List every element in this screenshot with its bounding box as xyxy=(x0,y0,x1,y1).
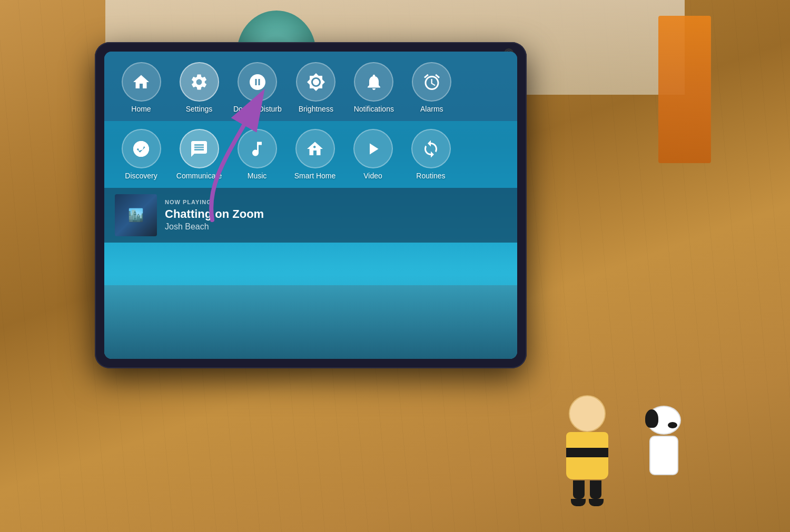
communicate-icon xyxy=(190,139,209,158)
discovery-icon xyxy=(132,139,151,158)
snoopy-body xyxy=(649,436,678,475)
smart-home-icon-circle xyxy=(295,129,335,168)
charlie-legs xyxy=(558,480,616,499)
snoopy-figurine xyxy=(637,406,690,500)
bottom-icon-row: Discovery Communicate xyxy=(104,121,517,188)
video-icon-circle xyxy=(353,129,393,168)
video-button[interactable]: Video xyxy=(349,129,397,180)
home-button[interactable]: Home xyxy=(117,62,165,113)
brightness-label: Brightness xyxy=(299,105,333,113)
settings-label: Settings xyxy=(186,105,213,113)
music-button[interactable]: Music xyxy=(233,129,281,180)
snoopy-head xyxy=(647,406,681,435)
settings-icon-circle xyxy=(180,62,219,102)
charlie-brown-figurine xyxy=(558,395,616,500)
song-title: Chatting on Zoom xyxy=(165,207,264,221)
notifications-icon xyxy=(364,73,383,92)
top-icon-row: Home Settings Do xyxy=(104,52,517,121)
communicate-icon-circle xyxy=(180,129,219,168)
charlie-head xyxy=(569,395,606,432)
routines-icon xyxy=(421,139,440,158)
alarms-icon-circle xyxy=(412,62,451,102)
video-label: Video xyxy=(363,172,382,180)
now-playing-info: NOW PLAYING Chatting on Zoom Josh Beach xyxy=(165,199,264,232)
tablet-device: Home Settings Do xyxy=(95,42,527,368)
settings-button[interactable]: Settings xyxy=(175,62,223,113)
brightness-icon xyxy=(307,73,325,92)
routines-button[interactable]: Routines xyxy=(407,129,455,180)
do-not-disturb-label: Do Not Disturb xyxy=(233,105,282,113)
home-label: Home xyxy=(131,105,151,113)
echo-show-frame: Home Settings Do xyxy=(95,42,527,368)
routines-label: Routines xyxy=(416,172,445,180)
do-not-disturb-icon xyxy=(248,73,267,92)
alarms-button[interactable]: Alarms xyxy=(408,62,456,113)
now-playing-bar[interactable]: 🏙️ NOW PLAYING Chatting on Zoom Josh Bea… xyxy=(104,188,517,243)
smart-home-button[interactable]: Smart Home xyxy=(291,129,339,180)
album-art: 🏙️ xyxy=(115,194,157,236)
communicate-button[interactable]: Communicate xyxy=(175,129,223,180)
discovery-label: Discovery xyxy=(125,172,157,180)
communicate-label: Communicate xyxy=(176,172,222,180)
video-background xyxy=(104,275,517,359)
music-icon xyxy=(248,139,266,158)
orange-box xyxy=(658,16,711,163)
echo-screen: Home Settings Do xyxy=(104,52,517,359)
discovery-button[interactable]: Discovery xyxy=(117,129,165,180)
brightness-button[interactable]: Brightness xyxy=(292,62,340,113)
alarms-icon xyxy=(422,73,441,92)
charlie-stripe xyxy=(566,448,608,457)
routines-icon-circle xyxy=(411,129,451,168)
home-icon-circle xyxy=(122,62,161,102)
do-not-disturb-icon-circle xyxy=(238,62,277,102)
brightness-icon-circle xyxy=(296,62,335,102)
settings-icon xyxy=(190,73,209,92)
notifications-button[interactable]: Notifications xyxy=(350,62,398,113)
home-icon xyxy=(132,73,151,92)
notifications-label: Notifications xyxy=(354,105,394,113)
discovery-icon-circle xyxy=(122,129,161,168)
smart-home-icon xyxy=(305,139,324,158)
video-icon xyxy=(363,139,382,158)
smart-home-label: Smart Home xyxy=(294,172,336,180)
notifications-icon-circle xyxy=(354,62,393,102)
alarms-label: Alarms xyxy=(420,105,443,113)
music-label: Music xyxy=(248,172,267,180)
now-playing-status: NOW PLAYING xyxy=(165,199,264,205)
artist-name: Josh Beach xyxy=(165,222,264,232)
charlie-feet xyxy=(558,499,616,506)
people-background xyxy=(104,285,517,359)
charlie-body xyxy=(566,432,608,479)
do-not-disturb-button[interactable]: Do Not Disturb xyxy=(233,62,282,113)
music-icon-circle xyxy=(238,129,277,168)
